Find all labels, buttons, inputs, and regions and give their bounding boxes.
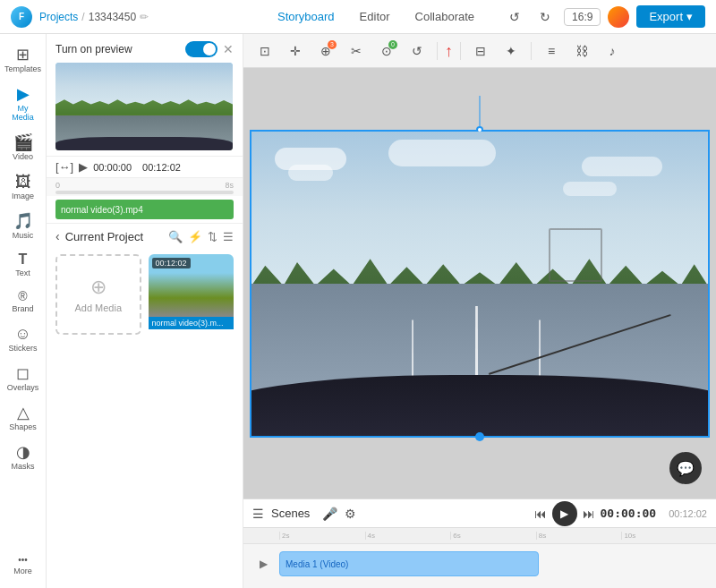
editor-toolbar: ⊡ ✛ ⊕ 3 ✂ ⊙ 0 ↺ ↑ ⊟ ✦ ≡ ⛓ ♪ (243, 34, 716, 68)
canvas-video (251, 132, 708, 436)
speed-indicator: ↑ (445, 40, 453, 61)
close-panel-button[interactable]: ✕ (223, 42, 234, 56)
sidebar-item-stickers[interactable]: ☺ Stickers (3, 320, 44, 358)
expand-icon[interactable]: [↔] (55, 160, 73, 174)
ruler-mark-2s: 2s (279, 532, 365, 540)
back-button[interactable]: ‹ (55, 229, 60, 243)
cloud-5 (563, 182, 617, 196)
audio-tool-button[interactable]: ♪ (600, 38, 625, 64)
sidebar-item-templates[interactable]: ⊞ Templates (3, 41, 44, 79)
timeline-ruler: 2s 4s 6s 8s 10s (243, 528, 716, 544)
timeline-current-time: 00:00:00 (601, 507, 657, 520)
video-icon: 🎬 (13, 134, 33, 150)
sidebar-item-text[interactable]: T Text (3, 247, 44, 283)
media-item-name: normal video(3).m... (149, 317, 234, 329)
sidebar-item-overlays[interactable]: ◻ Overlays (3, 360, 44, 397)
current-project-label: Current Project (65, 230, 168, 243)
stickers-icon: ☺ (14, 326, 30, 342)
redo-icon[interactable]: ↻ (533, 5, 557, 29)
editor-area: ⊡ ✛ ⊕ 3 ✂ ⊙ 0 ↺ ↑ ⊟ ✦ ≡ ⛓ ♪ (243, 34, 716, 588)
sidebar-item-video[interactable]: 🎬 Video (3, 129, 44, 166)
sidebar-item-masks[interactable]: ◑ Masks (3, 439, 44, 476)
mic-icon[interactable]: 🎤 (322, 507, 337, 521)
filter-icon[interactable]: ⚡ (188, 230, 202, 243)
preview-toggle[interactable] (185, 41, 217, 57)
grid-view-icon[interactable]: ☰ (223, 230, 234, 243)
brand-icon: ® (18, 290, 27, 303)
pointer-tool-button[interactable]: ✛ (283, 38, 308, 64)
overlays-icon: ◻ (16, 365, 30, 381)
skip-back-icon[interactable]: ⏮ (534, 507, 547, 521)
ruler-mark-10s: 10s (621, 532, 707, 540)
arrow-indicator: ↑ (445, 42, 453, 61)
tab-collaborate[interactable]: Collaborate (405, 6, 486, 27)
profile-avatar[interactable] (608, 6, 629, 28)
scenes-icon: ☰ (252, 507, 264, 521)
preview-label: Turn on preview (55, 43, 132, 55)
shapes-icon: △ (17, 405, 30, 421)
play-icon[interactable]: ▶ (79, 160, 88, 174)
speed-tool-button[interactable]: ⊙ 0 (374, 38, 399, 64)
sidebar-item-music[interactable]: 🎵 Music (3, 208, 44, 245)
more-icon: ••• (18, 556, 28, 565)
track-label-area: ▶ (247, 558, 279, 570)
timeline-tracks[interactable]: ▶ Media 1 (Video) (243, 544, 716, 588)
sort-icon[interactable]: ⇅ (208, 230, 217, 243)
road-scene (251, 132, 708, 436)
timeline-total-duration: 00:12:02 (669, 508, 707, 519)
video-track-icon: ▶ (260, 558, 268, 570)
playhead-track[interactable] (55, 191, 234, 194)
ruler-mark-8s: 8s (536, 532, 622, 540)
audio-settings-icon[interactable]: ⚙ (345, 507, 356, 521)
projects-link[interactable]: Projects (39, 11, 78, 23)
toolbar-separator-1 (437, 42, 438, 60)
cloud-4 (582, 157, 662, 176)
rotate-tool-button[interactable]: ↺ (405, 38, 430, 64)
track-content[interactable]: Media 1 (Video) (279, 551, 712, 576)
play-button[interactable]: ▶ (552, 501, 577, 526)
toolbar-separator-2 (460, 42, 461, 60)
preview-toggle-row: Turn on preview ✕ (47, 34, 243, 63)
sidebar-item-brand[interactable]: ® Brand (3, 285, 44, 319)
car-dashboard (55, 137, 233, 150)
asset-tool-button[interactable]: ⊕ 3 (313, 38, 338, 64)
sidebar-item-my-media[interactable]: ▶ My Media (3, 81, 44, 127)
sidebar-item-shapes[interactable]: △ Shapes (3, 399, 44, 437)
add-media-label: Add Media (74, 303, 122, 313)
nav-actions: ↺ ↻ 16:9 Export ▾ (503, 5, 705, 29)
video-controls: [↔] ▶ 00:00:00 00:12:02 (47, 156, 243, 177)
cloud-2 (288, 165, 333, 181)
app-logo: F (11, 6, 32, 28)
breadcrumb: Projects / 13343450 ✏ (39, 11, 149, 23)
left-panel: Turn on preview ✕ [↔] ▶ 00:00:00 00:12:0… (47, 34, 243, 588)
split-tool-button[interactable]: ⊟ (468, 38, 493, 64)
edit-name-icon[interactable]: ✏ (140, 11, 149, 23)
nav-tabs: Storyboard Editor Collaborate (267, 6, 485, 27)
canvas-container: 💬 (243, 68, 716, 499)
media-item-video1[interactable]: 00:12:02 normal video(3).m... (149, 254, 234, 335)
crop-tool-button[interactable]: ⊡ (252, 38, 277, 64)
aspect-ratio[interactable]: 16:9 (564, 8, 601, 26)
media-bar-container: normal video(3).mp4 (47, 196, 243, 223)
sidebar-item-image[interactable]: 🖼 Image (3, 168, 44, 206)
sidebar-item-more[interactable]: ••• More (3, 550, 44, 581)
search-icon[interactable]: 🔍 (168, 230, 183, 243)
chat-button[interactable]: 💬 (669, 452, 702, 484)
tab-storyboard[interactable]: Storyboard (267, 6, 345, 27)
link-tool-button[interactable]: ⛓ (569, 38, 594, 64)
edit-tool-button[interactable]: ✂ (344, 38, 369, 64)
ruler-marks: 2s 4s 6s 8s 10s (279, 532, 707, 540)
skip-forward-icon[interactable]: ⏭ (583, 507, 595, 521)
resize-handle-bottom[interactable] (475, 432, 484, 441)
main-layout: ⊞ Templates ▶ My Media 🎬 Video 🖼 Image 🎵… (0, 34, 716, 588)
total-duration-display: 00:12:02 (142, 162, 181, 173)
export-button[interactable]: Export ▾ (636, 5, 705, 28)
video-clip[interactable]: Media 1 (Video) (279, 551, 539, 576)
tab-editor[interactable]: Editor (349, 6, 401, 27)
add-media-card[interactable]: ⊕ Add Media (55, 254, 141, 335)
play-triangle-icon: ▶ (560, 507, 568, 520)
toolbar-separator-3 (531, 42, 532, 60)
align-tool-button[interactable]: ≡ (539, 38, 564, 64)
magic-tool-button[interactable]: ✦ (499, 38, 524, 64)
undo-icon[interactable]: ↺ (503, 5, 526, 29)
